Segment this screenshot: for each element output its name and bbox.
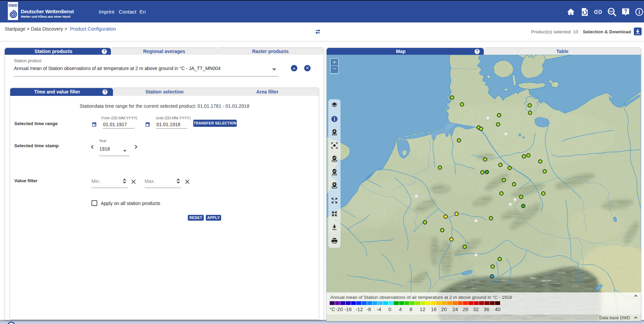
svg-text:?: ?	[624, 8, 627, 14]
svg-text:CDC: CDC	[608, 10, 614, 13]
svg-text:DWD: DWD	[9, 3, 17, 7]
